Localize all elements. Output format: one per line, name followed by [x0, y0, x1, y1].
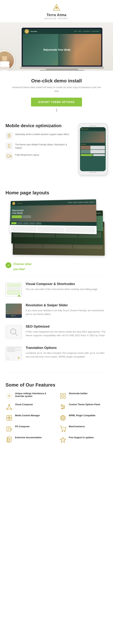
layouts-stack: ▲ Rejuvenate ▲	[6, 200, 108, 255]
svg-rect-63	[8, 437, 11, 442]
svg-rect-46	[10, 418, 12, 420]
mobile-title: Mobile device optimization	[6, 123, 74, 128]
svg-rect-7	[7, 55, 8, 60]
grid-feature-theme-options-label: Custom Theme Options Panel	[69, 403, 100, 406]
grid-feature-media: Media Content Manager	[6, 414, 54, 422]
svg-point-2	[56, 7, 58, 9]
svg-point-26	[8, 395, 10, 396]
shortcode-icon	[59, 392, 66, 400]
grid-feature-woo: WooCommerce	[59, 425, 108, 432]
revolution-slider-icon-box: ‹ ›	[6, 303, 22, 318]
vc-mockup: +	[6, 282, 22, 297]
svg-rect-43	[7, 415, 9, 418]
mobile-feature-3: Fully Responsive Layout	[6, 152, 74, 160]
grid-feature-wpml: WPML Plugin Compatible	[59, 414, 108, 422]
svg-rect-18	[7, 155, 10, 157]
compose-icon	[6, 425, 13, 432]
magnify-icon	[9, 327, 18, 337]
phone-mockup: Terra Atma Latest Ne...	[78, 123, 108, 175]
feature-desc-slider: If you want your website to be fully Tou…	[26, 309, 108, 316]
mobile-icon	[6, 142, 13, 150]
grid-feature-po-label: PO Composer	[15, 425, 30, 428]
check-circle-icon: ✓	[6, 262, 11, 268]
grid-feature-support: Free Support & updates	[59, 436, 108, 444]
feature-title-vc: Visual Composer & Shortcodes	[26, 282, 108, 286]
feature-visual-composer: + Visual Composer & Shortcodes You can u…	[6, 282, 108, 297]
some-features-title: Some of Our Features	[6, 382, 108, 388]
grid-feature-support-label: Free Support & updates	[69, 436, 94, 439]
slider-right-arrow-icon: ›	[20, 309, 21, 312]
send-icon: ➤	[16, 355, 21, 360]
wpml-icon	[59, 414, 66, 422]
svg-line-35	[9, 405, 11, 408]
feature-translation: PO ➤ Translation Options Localized: po &…	[6, 346, 108, 361]
svg-point-42	[62, 408, 63, 409]
svg-point-31	[8, 404, 10, 405]
feature-desc-seo: HTML code integrated into the theme meet…	[26, 330, 108, 338]
nodes-icon	[6, 403, 13, 410]
laptop-mockup: Terra Atma HOME ABOUT TREATMENTS APPOINT…	[22, 28, 102, 71]
laptop-hero-text: Rejuvenate Your Body	[40, 48, 84, 51]
svg-point-40	[61, 405, 62, 406]
seo-icon-box	[6, 325, 22, 339]
slider-mockup: ‹ ›	[6, 303, 22, 318]
person-avatar	[0, 50, 15, 71]
sliders-icon	[59, 403, 66, 410]
feature-title-seo: SEO Optimized	[26, 325, 108, 328]
svg-line-34	[8, 405, 9, 408]
mobile-feature-2: The theme uses Mobile Friendly sliders: …	[6, 142, 74, 150]
mobile-feature-text-3: Fully Responsive Layout	[15, 152, 39, 156]
grid-feature-theme-options: Custom Theme Options Panel	[59, 403, 108, 410]
grid-feature-docs: Extensive documentation	[6, 436, 54, 444]
grid-feature-po: PO Composer	[6, 425, 54, 432]
grid-feature-shortcode-label: Shortcode builder	[69, 392, 88, 395]
feature-seo: SEO Optimized HTML code integrated into …	[6, 325, 108, 339]
media-icon	[6, 414, 13, 422]
grid-feature-docs-label: Extensive documentation	[15, 436, 42, 439]
seo-mockup	[6, 325, 22, 339]
feature-revolution-slider: ‹ › Revolution & Swiper Slider If you wa…	[6, 303, 108, 318]
svg-marker-21	[82, 128, 83, 130]
mobile-section: Mobile device optimization Absolutely al…	[0, 116, 113, 182]
choose-section: ✓ Choose what you like!	[6, 260, 108, 271]
features-list: + Visual Composer & Shortcodes You can u…	[0, 278, 113, 371]
svg-rect-28	[64, 393, 66, 395]
svg-point-48	[62, 415, 64, 420]
feature-desc-translation: Localized: po & .mo files included. PO c…	[26, 351, 108, 359]
docs-icon	[6, 436, 13, 444]
svg-rect-10	[0, 62, 9, 67]
mobile-feature-1: Absolutely all the scrolled sections sup…	[6, 132, 74, 139]
svg-point-25	[12, 330, 15, 333]
export-theme-button[interactable]: EXPORT THEME OPTIONS	[31, 98, 82, 106]
svg-point-41	[64, 406, 64, 408]
slider-left-arrow-icon: ‹	[6, 309, 7, 312]
layouts-section: Home page layouts ▲ Rejuvenate	[0, 182, 113, 274]
cursor-icon: 〉	[11, 108, 102, 112]
svg-point-47	[60, 415, 66, 420]
svg-rect-27	[60, 393, 62, 395]
grid-feature-woo-label: WooCommerce	[69, 425, 85, 428]
one-click-section: One-click demo install Advanced Demo dat…	[0, 71, 113, 116]
some-features-section: Some of Our Features Unique settings Inh…	[0, 375, 113, 451]
svg-rect-29	[60, 396, 62, 398]
svg-point-57	[64, 431, 65, 432]
grid-feature-vc: Visual Composer	[6, 403, 54, 410]
cart-icon	[59, 425, 66, 432]
feature-desc-vc: You can use both of the instruments when…	[26, 288, 108, 291]
svg-point-56	[62, 431, 63, 432]
site-header: Terra Atma Massage Therapy	[0, 0, 113, 22]
visual-composer-icon-box: +	[6, 282, 22, 297]
mobile-feature-text-2: The theme uses Mobile Friendly sliders: …	[15, 142, 74, 150]
feature-title-translation: Translation Options	[26, 346, 108, 350]
svg-rect-19	[10, 156, 11, 157]
features-grid: Unique settings Inheritance & Override s…	[6, 392, 108, 444]
grid-feature-settings-label: Unique settings Inheritance & Override s…	[15, 392, 54, 398]
translation-icon-box: PO ➤	[6, 346, 22, 361]
grid-feature-media-label: Media Content Manager	[15, 414, 40, 417]
feature-title-slider: Revolution & Swiper Slider	[26, 303, 108, 307]
brand-tagline: Massage Therapy	[44, 18, 68, 20]
grid-feature-vc-label: Visual Composer	[15, 403, 33, 406]
svg-rect-45	[7, 418, 9, 420]
logo-icon	[52, 4, 61, 13]
trans-mockup: PO ➤	[6, 346, 22, 361]
